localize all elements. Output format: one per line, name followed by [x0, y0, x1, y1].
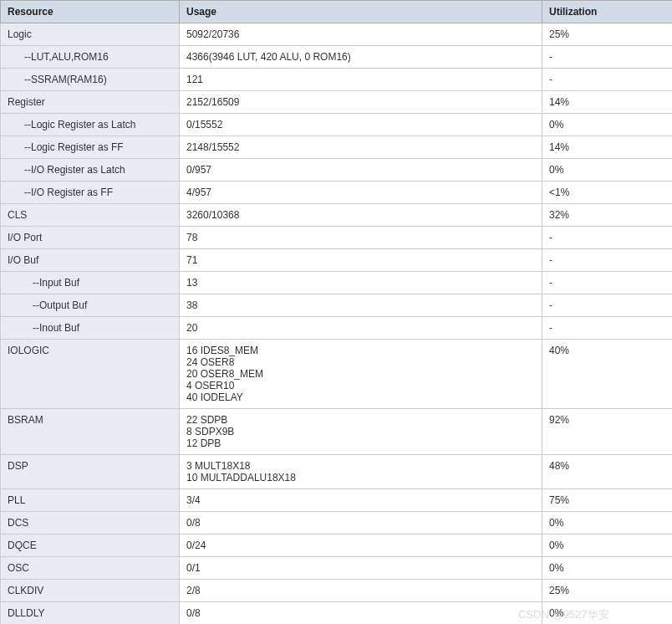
table-row: DCS0/80%: [1, 512, 673, 534]
resource-label: CLS: [8, 209, 27, 221]
cell-usage: 2/8: [180, 580, 542, 602]
header-usage: Usage: [180, 1, 542, 23]
table-row: --Output Buf38-: [1, 294, 673, 317]
resource-label: BSRAM: [8, 414, 43, 426]
table-row: --Input Buf13-: [1, 272, 673, 294]
resource-label: Register: [8, 96, 45, 108]
cell-utilization: 0%: [542, 159, 673, 182]
cell-utilization: 14%: [542, 136, 673, 159]
cell-utilization: 0%: [542, 512, 673, 534]
cell-usage: 2152/16509: [180, 91, 542, 114]
cell-utilization: <1%: [542, 182, 673, 204]
cell-usage: 3260/10368: [180, 204, 542, 227]
table-row: --Inout Buf20-: [1, 317, 673, 340]
resource-label: IOLOGIC: [8, 345, 49, 356]
table-row: IOLOGIC16 IDES8_MEM24 OSER820 OSER8_MEM4…: [1, 340, 673, 409]
cell-utilization: 0%: [542, 602, 673, 625]
cell-resource: --SSRAM(RAM16): [1, 69, 180, 91]
table-row: Logic5092/2073625%: [1, 23, 673, 46]
cell-usage: 0/24: [180, 534, 542, 557]
table-row: DSP3 MULT18X1810 MULTADDALU18X1848%: [1, 455, 673, 489]
resource-label: DQCE: [8, 540, 37, 551]
cell-resource: CLS: [1, 204, 180, 227]
cell-resource: BSRAM: [1, 409, 180, 455]
cell-usage: 13: [180, 272, 542, 294]
cell-utilization: -: [542, 272, 673, 294]
cell-utilization: -: [542, 227, 673, 249]
cell-resource: DQCE: [1, 534, 180, 557]
cell-usage: 0/8: [180, 602, 542, 625]
cell-usage: 20: [180, 317, 542, 340]
cell-resource: DCS: [1, 512, 180, 534]
table-row: --Logic Register as FF2148/1555214%: [1, 136, 673, 159]
cell-utilization: -: [542, 46, 673, 69]
cell-resource: DLLDLY: [1, 602, 180, 625]
cell-usage: 4366(3946 LUT, 420 ALU, 0 ROM16): [180, 46, 542, 69]
cell-utilization: 48%: [542, 455, 673, 489]
cell-resource: PLL: [1, 489, 180, 512]
cell-usage: 0/15552: [180, 114, 542, 136]
resource-label: --Logic Register as FF: [8, 141, 124, 153]
table-row: DQCE0/240%: [1, 534, 673, 557]
resource-label: Logic: [8, 28, 32, 40]
table-row: I/O Port78-: [1, 227, 673, 249]
cell-utilization: 25%: [542, 23, 673, 46]
resource-label: I/O Buf: [8, 254, 38, 266]
table-row: --I/O Register as FF4/957<1%: [1, 182, 673, 204]
table-row: DLLDLY0/80%: [1, 602, 673, 625]
table-row: Register2152/1650914%: [1, 91, 673, 114]
resource-label: OSC: [8, 562, 29, 574]
cell-utilization: -: [542, 294, 673, 317]
cell-usage: 78: [180, 227, 542, 249]
cell-resource: --I/O Register as FF: [1, 182, 180, 204]
table-row: --I/O Register as Latch0/9570%: [1, 159, 673, 182]
cell-utilization: 0%: [542, 114, 673, 136]
resource-label: DLLDLY: [8, 607, 44, 619]
resource-utilization-table: Resource Usage Utilization Logic5092/207…: [0, 0, 672, 624]
cell-resource: CLKDIV: [1, 580, 180, 602]
resource-label: --Inout Buf: [8, 322, 79, 334]
cell-resource: Logic: [1, 23, 180, 46]
cell-utilization: -: [542, 249, 673, 272]
table-header-row: Resource Usage Utilization: [1, 1, 673, 23]
cell-utilization: 0%: [542, 557, 673, 580]
cell-resource: OSC: [1, 557, 180, 580]
table-row: PLL3/475%: [1, 489, 673, 512]
table-row: CLS3260/1036832%: [1, 204, 673, 227]
resource-label: --SSRAM(RAM16): [8, 74, 107, 85]
cell-usage: 0/8: [180, 512, 542, 534]
cell-usage: 5092/20736: [180, 23, 542, 46]
cell-utilization: 92%: [542, 409, 673, 455]
cell-utilization: 25%: [542, 580, 673, 602]
cell-utilization: -: [542, 69, 673, 91]
cell-usage: 2148/15552: [180, 136, 542, 159]
cell-utilization: 32%: [542, 204, 673, 227]
cell-usage: 0/1: [180, 557, 542, 580]
resource-label: DSP: [8, 460, 28, 472]
cell-resource: --LUT,ALU,ROM16: [1, 46, 180, 69]
table-row: CLKDIV2/825%: [1, 580, 673, 602]
cell-resource: --I/O Register as Latch: [1, 159, 180, 182]
cell-usage: 3 MULT18X1810 MULTADDALU18X18: [180, 455, 542, 489]
table-row: OSC0/10%: [1, 557, 673, 580]
cell-usage: 22 SDPB8 SDPX9B12 DPB: [180, 409, 542, 455]
cell-resource: I/O Buf: [1, 249, 180, 272]
cell-usage: 4/957: [180, 182, 542, 204]
cell-resource: Register: [1, 91, 180, 114]
cell-resource: DSP: [1, 455, 180, 489]
cell-resource: --Input Buf: [1, 272, 180, 294]
resource-label: --Output Buf: [8, 299, 87, 311]
cell-utilization: 14%: [542, 91, 673, 114]
table-row: --LUT,ALU,ROM164366(3946 LUT, 420 ALU, 0…: [1, 46, 673, 69]
cell-usage: 0/957: [180, 159, 542, 182]
resource-label: --I/O Register as Latch: [8, 164, 125, 176]
table-row: --SSRAM(RAM16)121-: [1, 69, 673, 91]
table-row: BSRAM22 SDPB8 SDPX9B12 DPB92%: [1, 409, 673, 455]
cell-usage: 3/4: [180, 489, 542, 512]
resource-label: PLL: [8, 494, 25, 506]
cell-usage: 38: [180, 294, 542, 317]
resource-label: CLKDIV: [8, 585, 43, 596]
cell-usage: 16 IDES8_MEM24 OSER820 OSER8_MEM4 OSER10…: [180, 340, 542, 409]
cell-resource: --Logic Register as Latch: [1, 114, 180, 136]
resource-label: --Logic Register as Latch: [8, 119, 135, 130]
